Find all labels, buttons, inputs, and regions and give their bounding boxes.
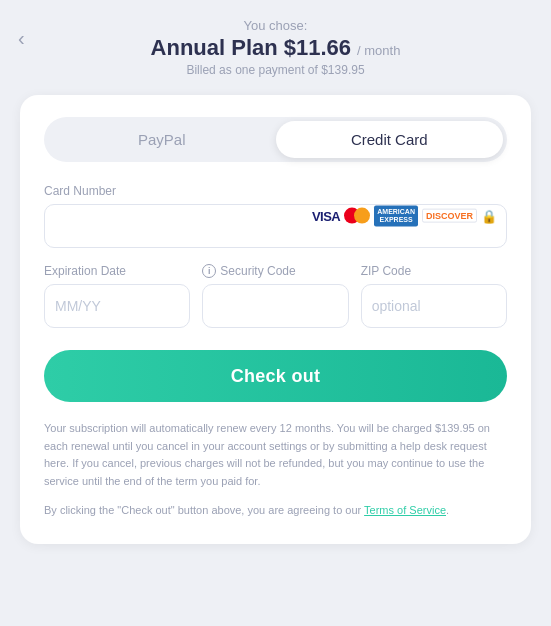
zip-label: ZIP Code bbox=[361, 264, 507, 278]
payment-tabs: PayPal Credit Card bbox=[44, 117, 507, 162]
security-field: i Security Code bbox=[202, 264, 348, 328]
card-number-label: Card Number bbox=[44, 184, 507, 198]
info-icon: i bbox=[202, 264, 216, 278]
tab-credit-card[interactable]: Credit Card bbox=[276, 121, 504, 158]
card-number-field: Card Number VISA AMERICANEXPRESS DISCOVE… bbox=[44, 184, 507, 248]
plan-row: Annual Plan $11.66 / month bbox=[20, 35, 531, 61]
amex-icon: AMERICANEXPRESS bbox=[374, 206, 418, 227]
page-wrapper: ‹ You chose: Annual Plan $11.66 / month … bbox=[0, 0, 551, 626]
checkout-button[interactable]: Check out bbox=[44, 350, 507, 402]
lock-icon: 🔒 bbox=[481, 209, 497, 224]
expiration-field: Expiration Date bbox=[44, 264, 190, 328]
click-terms-prefix: By clicking the "Check out" button above… bbox=[44, 504, 364, 516]
terms-body: Your subscription will automatically ren… bbox=[44, 420, 507, 490]
visa-icon: VISA bbox=[312, 209, 340, 224]
tab-paypal[interactable]: PayPal bbox=[48, 121, 276, 158]
card-icons: VISA AMERICANEXPRESS DISCOVER 🔒 bbox=[312, 206, 497, 227]
security-label-row: i Security Code bbox=[202, 264, 348, 278]
header: You chose: Annual Plan $11.66 / month Bi… bbox=[20, 18, 531, 77]
security-input[interactable] bbox=[202, 284, 348, 328]
discover-icon: DISCOVER bbox=[422, 209, 477, 223]
lower-fields: Expiration Date i Security Code ZIP Code bbox=[44, 264, 507, 328]
security-label: Security Code bbox=[220, 264, 295, 278]
card-panel: PayPal Credit Card Card Number VISA AMER… bbox=[20, 95, 531, 544]
zip-input[interactable] bbox=[361, 284, 507, 328]
plan-period: / month bbox=[357, 43, 400, 58]
plan-name: Annual Plan bbox=[151, 35, 278, 61]
plan-price: $11.66 bbox=[284, 35, 351, 61]
mastercard-icon bbox=[344, 208, 370, 224]
click-terms: By clicking the "Check out" button above… bbox=[44, 502, 507, 520]
back-button[interactable]: ‹ bbox=[18, 28, 25, 48]
expiration-input[interactable] bbox=[44, 284, 190, 328]
terms-of-service-link[interactable]: Terms of Service bbox=[364, 504, 446, 516]
expiration-label: Expiration Date bbox=[44, 264, 190, 278]
billed-as: Billed as one payment of $139.95 bbox=[20, 63, 531, 77]
terms-period: . bbox=[446, 504, 449, 516]
you-chose-label: You chose: bbox=[20, 18, 531, 33]
zip-field: ZIP Code bbox=[361, 264, 507, 328]
